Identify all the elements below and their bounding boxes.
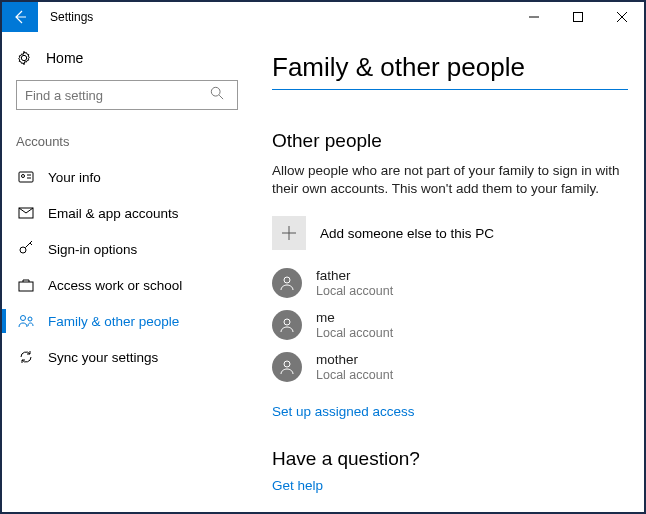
sidebar-item-label: Family & other people [48,314,179,329]
sidebar-item-label: Email & app accounts [48,206,179,221]
sidebar-item-work[interactable]: Access work or school [16,267,248,303]
svg-line-13 [30,243,32,245]
back-button[interactable] [2,2,38,32]
svg-point-16 [28,317,32,321]
search-icon [210,86,224,100]
arrow-left-icon [12,9,28,25]
sidebar-item-family[interactable]: Family & other people [16,303,248,339]
sidebar-item-your-info[interactable]: Your info [16,159,248,195]
svg-point-20 [284,319,290,325]
section-label: Accounts [16,134,248,149]
sidebar-item-label: Your info [48,170,101,185]
svg-rect-6 [19,172,33,182]
home-label: Home [46,50,83,66]
sidebar-item-sync[interactable]: Sync your settings [16,339,248,375]
titlebar: Settings [2,2,644,32]
sidebar-item-label: Sign-in options [48,242,137,257]
id-card-icon [18,169,34,185]
home-button[interactable]: Home [16,50,248,66]
user-type: Local account [316,368,393,382]
user-name: me [316,310,393,326]
sync-icon [18,349,34,365]
sidebar: Home Accounts Your info Email & app acco… [2,32,262,512]
svg-rect-14 [19,282,33,291]
sidebar-item-label: Access work or school [48,278,182,293]
briefcase-icon [18,277,34,293]
assigned-access-link[interactable]: Set up assigned access [272,404,415,419]
sidebar-item-label: Sync your settings [48,350,158,365]
user-row[interactable]: father Local account [272,268,624,298]
get-help-link[interactable]: Get help [272,478,323,493]
search-wrap [16,80,248,110]
add-user-button[interactable]: Add someone else to this PC [272,216,624,250]
sidebar-item-email[interactable]: Email & app accounts [16,195,248,231]
add-user-label: Add someone else to this PC [320,226,494,241]
svg-point-4 [211,87,220,96]
key-icon [18,241,34,257]
other-people-heading: Other people [272,130,624,152]
main-content: Family & other people Sign in with a Mic… [262,32,644,512]
avatar-icon [272,268,302,298]
page-title: Family & other people [272,52,624,83]
mail-icon [18,205,34,221]
people-icon [18,313,34,329]
svg-line-5 [219,95,223,99]
user-name: father [316,268,393,284]
gear-icon [16,50,32,66]
app-title: Settings [38,2,512,32]
svg-point-11 [20,247,26,253]
svg-point-21 [284,361,290,367]
window-controls [512,2,644,32]
truncated-link[interactable]: Sign in with a Microsoft account [272,83,624,98]
maximize-button[interactable] [556,2,600,32]
svg-point-7 [22,175,25,178]
user-type: Local account [316,284,393,298]
search-input[interactable] [16,80,238,110]
close-icon [617,12,627,22]
maximize-icon [573,12,583,22]
user-row[interactable]: mother Local account [272,352,624,382]
plus-icon [272,216,306,250]
user-name: mother [316,352,393,368]
svg-point-19 [284,277,290,283]
question-heading: Have a question? [272,448,624,470]
other-people-desc: Allow people who are not part of your fa… [272,162,624,198]
close-button[interactable] [600,2,644,32]
minimize-button[interactable] [512,2,556,32]
svg-point-15 [21,316,26,321]
avatar-icon [272,310,302,340]
minimize-icon [529,12,539,22]
avatar-icon [272,352,302,382]
sidebar-item-signin[interactable]: Sign-in options [16,231,248,267]
user-row[interactable]: me Local account [272,310,624,340]
svg-rect-1 [574,13,583,22]
user-type: Local account [316,326,393,340]
